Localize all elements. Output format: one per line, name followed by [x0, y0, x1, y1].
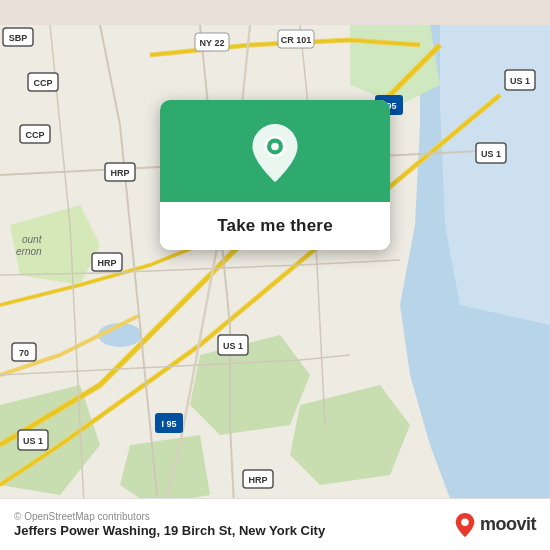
- map-pin-area: [160, 100, 390, 202]
- take-me-there-button[interactable]: Take me there: [160, 202, 390, 250]
- moovit-logo: moovit: [454, 512, 536, 538]
- svg-text:SBP: SBP: [9, 33, 28, 43]
- svg-text:CCP: CCP: [25, 130, 44, 140]
- svg-text:70: 70: [19, 348, 29, 358]
- moovit-pin-icon: [454, 512, 476, 538]
- svg-text:HRP: HRP: [248, 475, 267, 485]
- map-background: NY 22 CR 101 I 95 I 95 US 1 US 1 US 1 70…: [0, 0, 550, 550]
- svg-text:I 95: I 95: [161, 419, 176, 429]
- svg-text:US 1: US 1: [481, 149, 501, 159]
- map-attribution: © OpenStreetMap contributors: [14, 511, 325, 522]
- svg-text:ernon: ernon: [16, 246, 42, 257]
- svg-text:HRP: HRP: [97, 258, 116, 268]
- location-pin-icon: [248, 122, 302, 184]
- map-container: NY 22 CR 101 I 95 I 95 US 1 US 1 US 1 70…: [0, 0, 550, 550]
- svg-text:CR 101: CR 101: [281, 35, 312, 45]
- svg-text:US 1: US 1: [23, 436, 43, 446]
- svg-text:ount: ount: [22, 234, 43, 245]
- moovit-brand-text: moovit: [480, 514, 536, 535]
- bottom-left: © OpenStreetMap contributors Jeffers Pow…: [14, 511, 325, 538]
- svg-text:CCP: CCP: [33, 78, 52, 88]
- location-name: Jeffers Power Washing, 19 Birch St, New …: [14, 523, 325, 538]
- svg-point-36: [461, 518, 468, 525]
- svg-text:US 1: US 1: [223, 341, 243, 351]
- svg-text:US 1: US 1: [510, 76, 530, 86]
- svg-text:HRP: HRP: [110, 168, 129, 178]
- bottom-bar: © OpenStreetMap contributors Jeffers Pow…: [0, 498, 550, 550]
- location-card: Take me there: [160, 100, 390, 250]
- svg-text:NY 22: NY 22: [200, 38, 225, 48]
- svg-point-35: [271, 143, 279, 151]
